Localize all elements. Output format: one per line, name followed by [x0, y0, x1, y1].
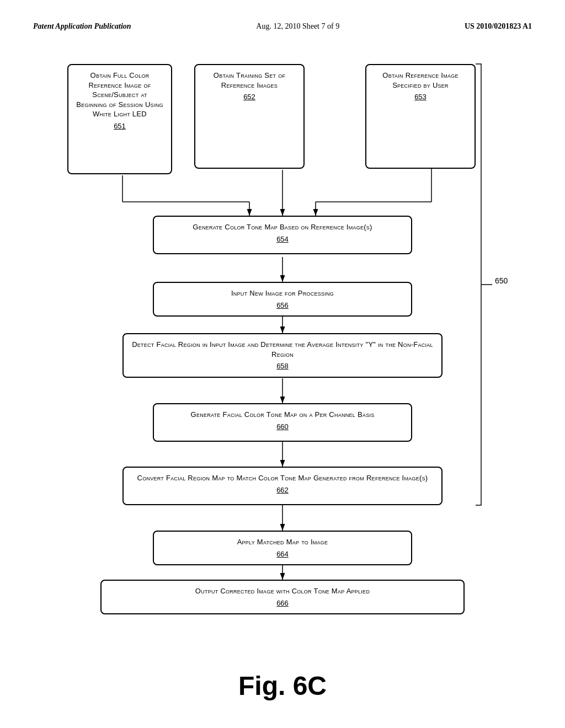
box-662-number: 662	[131, 485, 434, 495]
box-651-text: Obtain Full Color Reference Image of Sce…	[76, 71, 163, 119]
box-664-number: 664	[162, 549, 403, 559]
label-650: 650	[495, 276, 508, 285]
box-654: Generate Color Tone Map Based on Referen…	[153, 216, 412, 254]
box-652: Obtain Training Set of Reference Images …	[194, 64, 305, 169]
box-658-number: 658	[131, 361, 434, 371]
box-660-text: Generate Facial Color Tone Map on a Per …	[162, 410, 403, 420]
box-653-text: Obtain Reference Image Specified by User	[374, 71, 467, 90]
box-666-number: 666	[109, 598, 456, 608]
box-660: Generate Facial Color Tone Map on a Per …	[153, 403, 412, 442]
box-654-number: 654	[162, 234, 403, 244]
diagram: Obtain Full Color Reference Image of Sce…	[56, 53, 509, 660]
box-664-text: Apply Matched Map to Image	[162, 537, 403, 547]
box-658: Detect Facial Region in Input Image and …	[122, 333, 443, 378]
box-656: Input New Image for Processing 656	[153, 282, 412, 317]
box-666: Output Corrected Image with Color Tone M…	[100, 580, 465, 614]
fig-label: Fig. 6C	[33, 671, 532, 701]
box-651-number: 651	[76, 121, 163, 131]
header-center: Aug. 12, 2010 Sheet 7 of 9	[256, 22, 339, 31]
header-right: US 2010/0201823 A1	[465, 22, 532, 31]
box-656-number: 656	[162, 301, 403, 311]
box-656-text: Input New Image for Processing	[162, 288, 403, 298]
page: Patent Application Publication Aug. 12, …	[0, 0, 565, 728]
box-658-text: Detect Facial Region in Input Image and …	[131, 340, 434, 359]
box-652-number: 652	[203, 92, 296, 102]
box-664: Apply Matched Map to Image 664	[153, 531, 412, 565]
page-header: Patent Application Publication Aug. 12, …	[33, 22, 532, 31]
box-654-text: Generate Color Tone Map Based on Referen…	[162, 222, 403, 232]
box-662-text: Convert Facial Region Map to Match Color…	[131, 473, 434, 483]
box-666-text: Output Corrected Image with Color Tone M…	[109, 586, 456, 596]
box-653: Obtain Reference Image Specified by User…	[365, 64, 476, 169]
header-left: Patent Application Publication	[33, 22, 131, 31]
box-651: Obtain Full Color Reference Image of Sce…	[67, 64, 172, 174]
box-660-number: 660	[162, 422, 403, 432]
box-653-number: 653	[374, 92, 467, 102]
box-652-text: Obtain Training Set of Reference Images	[203, 71, 296, 90]
box-662: Convert Facial Region Map to Match Color…	[122, 467, 443, 505]
